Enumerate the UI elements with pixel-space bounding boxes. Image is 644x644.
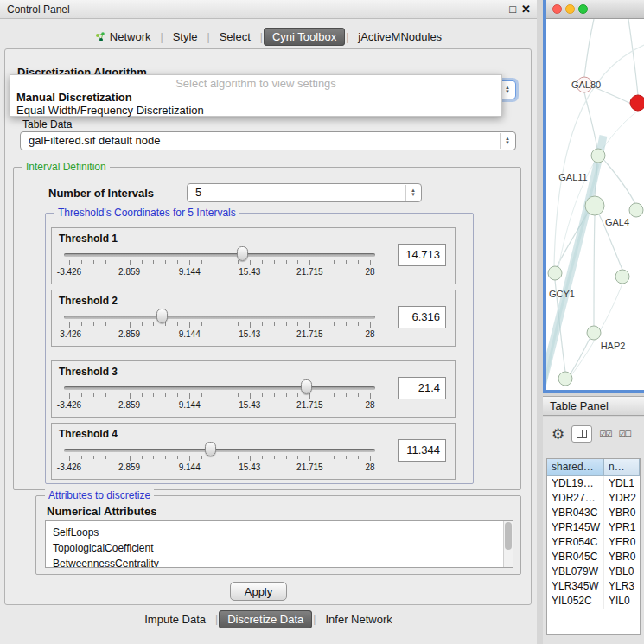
control-panel: Control Panel □ ✕ Network|Style|Select|C… — [0, 0, 537, 644]
slider-tick — [274, 456, 275, 459]
apply-button[interactable]: Apply — [230, 582, 287, 601]
list-scrollbar[interactable] — [503, 521, 513, 567]
float-window-icon[interactable]: □ — [509, 3, 516, 16]
slider-track — [64, 253, 375, 257]
threshold-value[interactable]: 14.713 — [398, 244, 446, 266]
table-row[interactable]: YLR345WYLR3 — [547, 579, 640, 594]
network-node[interactable] — [591, 149, 605, 163]
table-cell: YER0 — [604, 535, 640, 550]
columns-icon[interactable] — [571, 425, 592, 443]
network-node[interactable] — [629, 203, 643, 217]
slider-scale-label: 28 — [365, 462, 374, 472]
threshold-value[interactable]: 11.344 — [398, 439, 446, 462]
slider-tick — [142, 456, 143, 459]
network-node[interactable] — [587, 326, 601, 340]
tab-infer-network[interactable]: Infer Network — [316, 610, 400, 628]
slider-handle[interactable] — [301, 379, 312, 394]
table-header-row: shared…n… — [547, 459, 640, 476]
tab-cyni-toolbox[interactable]: Cyni Toolbox — [264, 28, 345, 46]
network-canvas[interactable]: GAL80GAL11GAL4GCY1HAP2 — [546, 19, 644, 390]
slider-handle[interactable] — [205, 442, 216, 456]
threshold-slider[interactable]: -3.4262.8599.14415.4321.71528 — [59, 308, 380, 346]
network-node[interactable] — [630, 95, 644, 111]
threshold-slider[interactable]: -3.4262.8599.14415.4321.71528 — [59, 245, 380, 284]
slider-tick — [189, 393, 190, 399]
slider-tick — [69, 393, 70, 399]
algorithm-option[interactable]: Manual Discretization — [10, 91, 501, 104]
select-columns-icon[interactable]: ☑☑ — [599, 430, 611, 438]
tab-jactivemnodules[interactable]: jActiveMNodules — [349, 28, 450, 46]
tab-separator: | — [313, 613, 316, 625]
close-icon[interactable]: ✕ — [521, 3, 531, 16]
network-node[interactable] — [558, 372, 572, 386]
slider-tick — [358, 393, 359, 397]
slider-tick — [165, 456, 166, 459]
slider-tick — [93, 322, 94, 326]
slider-tick — [262, 456, 263, 459]
table-cell: YBL079W — [547, 564, 604, 579]
gear-icon[interactable]: ⚙ — [552, 425, 564, 443]
tab-style[interactable]: Style — [164, 28, 207, 46]
slider-tick — [189, 260, 190, 265]
table-row[interactable]: YPR145WYPR1 — [547, 520, 640, 535]
slider-tick — [346, 322, 347, 326]
network-window: GAL80GAL11GAL4GCY1HAP2 — [543, 0, 644, 393]
combo-stepper-icon: ▲▼ — [500, 133, 514, 149]
slider-tick — [297, 260, 298, 264]
slider-tick — [142, 260, 143, 264]
zoom-traffic-light-icon[interactable] — [578, 4, 588, 14]
table-row[interactable]: YBL079WYBL0 — [547, 564, 640, 579]
tab-label: Cyni Toolbox — [272, 30, 336, 43]
table-column-header[interactable]: shared… — [547, 459, 604, 476]
list-item[interactable]: TopologicalCoefficient — [46, 540, 513, 556]
table-row[interactable]: YDR27…YDR2 — [547, 491, 640, 506]
network-node[interactable] — [585, 196, 604, 215]
tab-network[interactable]: Network — [86, 28, 160, 46]
numerical-attributes-list[interactable]: SelfLoopsTopologicalCoefficientBetweenne… — [45, 520, 513, 568]
list-item[interactable]: SelfLoops — [46, 525, 513, 540]
list-item[interactable]: BetweennessCentrality — [46, 556, 513, 568]
network-window-titlebar[interactable] — [546, 0, 644, 19]
slider-track — [64, 386, 375, 390]
slider-tick — [322, 260, 322, 264]
table-panel: ⚙ ☑☑ ☑☐ shared…n… YDL19…YDL1YDR27…YDR2YB… — [543, 417, 644, 644]
slider-tick — [274, 393, 275, 397]
tab-separator: | — [260, 31, 263, 43]
table-row[interactable]: YIL052CYIL0 — [547, 594, 640, 609]
slider-scale-label: 2.859 — [118, 400, 140, 410]
num-intervals-combobox[interactable]: 5 ▲▼ — [187, 183, 422, 202]
tab-impute-data[interactable]: Impute Data — [136, 610, 214, 628]
table-row[interactable]: YBR045CYBR0 — [547, 550, 640, 564]
slider-scale-label: -3.426 — [57, 267, 81, 277]
table-row[interactable]: YBR043CYBR0 — [547, 506, 640, 520]
table-row[interactable]: YER054CYER0 — [547, 535, 640, 550]
algorithm-option[interactable]: Equal Width/Frequency Discretization — [10, 104, 501, 117]
attributes-group: Attributes to discretize Numerical Attri… — [35, 495, 521, 575]
threshold-value[interactable]: 6.316 — [398, 306, 446, 328]
tab-select[interactable]: Select — [211, 28, 259, 46]
table-cell: YDL19… — [547, 476, 604, 491]
tab-discretize-data[interactable]: Discretize Data — [219, 610, 312, 628]
network-node[interactable] — [548, 266, 562, 280]
edit-columns-icon[interactable]: ☑☐ — [618, 430, 630, 438]
minimize-traffic-light-icon[interactable] — [565, 4, 575, 14]
slider-scale-label: 28 — [365, 267, 374, 277]
threshold-value[interactable]: 21.4 — [398, 377, 446, 399]
close-traffic-light-icon[interactable] — [552, 4, 562, 14]
table-column-header[interactable]: n… — [604, 459, 640, 476]
slider-tick — [81, 322, 82, 326]
attributes-legend: Attributes to discretize — [45, 489, 154, 501]
network-node-label: GAL4 — [605, 217, 629, 227]
slider-tick — [130, 456, 131, 461]
slider-handle[interactable] — [237, 246, 248, 261]
slider-scale-label: 21.715 — [296, 267, 323, 277]
scrollbar-thumb[interactable] — [505, 522, 512, 550]
threshold-slider[interactable]: -3.4262.8599.14415.4321.71528 — [59, 441, 380, 479]
slider-handle[interactable] — [156, 309, 168, 323]
table-cell: YLR3 — [604, 579, 640, 594]
threshold-slider[interactable]: -3.4262.8599.14415.4321.71528 — [59, 379, 380, 417]
table-data-combobox[interactable]: galFiltered.sif default node ▲▼ — [20, 131, 516, 150]
table-row[interactable]: YDL19…YDL1 — [547, 476, 640, 491]
thresholds-group: Threshold's Coordinates for 5 Intervals … — [45, 213, 474, 484]
network-node[interactable] — [615, 270, 629, 284]
